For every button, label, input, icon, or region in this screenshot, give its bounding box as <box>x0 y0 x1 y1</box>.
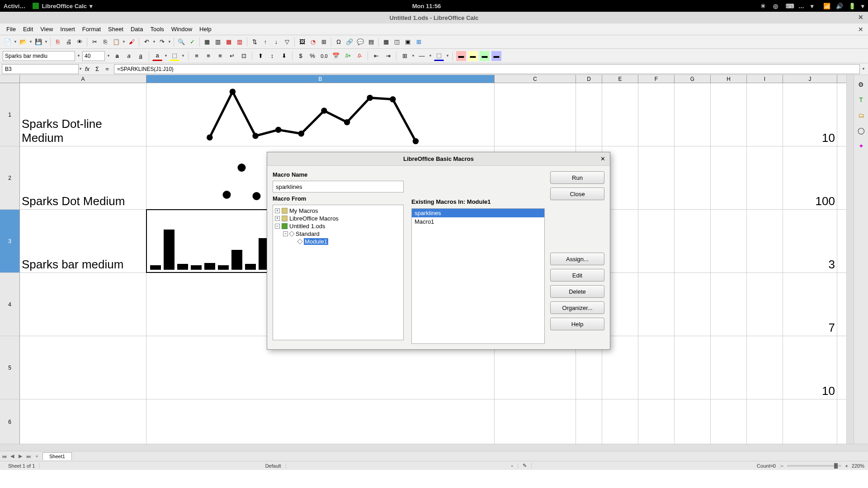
equals-button[interactable]: = <box>102 64 112 74</box>
add-decimal-button[interactable]: .0+ <box>343 51 353 61</box>
volume-icon[interactable]: 🔊 <box>836 3 842 9</box>
menu-data[interactable]: Data <box>127 24 146 34</box>
clone-format-button[interactable]: 🖌 <box>127 37 137 47</box>
tab-prev-button[interactable]: ◀ <box>8 453 16 459</box>
cell[interactable] <box>675 210 711 272</box>
tree-lo-macros[interactable]: LibreOffice Macros <box>289 215 339 222</box>
font-size-input[interactable] <box>82 51 105 61</box>
row-header[interactable]: 4 <box>0 273 20 336</box>
cell[interactable] <box>711 83 747 146</box>
keyboard-icon[interactable]: ⌨ <box>786 3 792 9</box>
cell[interactable] <box>747 336 783 399</box>
cut-button[interactable]: ✂ <box>90 37 99 47</box>
show-grid-button[interactable]: ⊞ <box>414 37 424 47</box>
cell[interactable] <box>747 83 783 146</box>
menu-sheet[interactable]: Sheet <box>104 24 127 34</box>
redo-button[interactable]: ↷ <box>157 37 167 47</box>
menu-format[interactable]: Format <box>79 24 104 34</box>
print-button[interactable]: 🖨 <box>64 37 74 47</box>
hyperlink-button[interactable]: 🔗 <box>344 37 354 47</box>
power-menu-chevron[interactable]: ▾ <box>861 3 864 9</box>
new-dropdown[interactable]: ▼ <box>14 40 17 44</box>
document-close-button[interactable]: ✕ <box>858 26 863 33</box>
activities-button[interactable]: Activi… <box>4 3 25 9</box>
organizer-button[interactable]: Organizer... <box>550 301 604 314</box>
column-header-A[interactable]: A <box>20 75 146 83</box>
cond-format-3-button[interactable]: ▬ <box>480 51 490 61</box>
font-color-button[interactable]: a <box>152 51 162 61</box>
cell[interactable] <box>20 273 146 336</box>
function-wizard-button[interactable]: fx <box>82 64 92 74</box>
column-header-F[interactable]: F <box>638 75 675 83</box>
cell[interactable] <box>638 146 675 209</box>
cell[interactable] <box>495 83 576 146</box>
column-header-C[interactable]: C <box>495 75 576 83</box>
select-all-corner[interactable] <box>0 75 20 83</box>
cell[interactable] <box>20 336 146 399</box>
cell[interactable] <box>711 399 747 444</box>
paste-button[interactable]: 📋 <box>111 37 121 47</box>
print-preview-button[interactable]: 👁 <box>75 37 85 47</box>
undo-dropdown[interactable]: ▼ <box>152 40 156 44</box>
cell-reference-input[interactable] <box>2 64 79 74</box>
column-header-H[interactable]: H <box>711 75 747 83</box>
open-button[interactable]: 📂 <box>18 37 28 47</box>
split-button[interactable]: ◫ <box>392 37 402 47</box>
find-button[interactable]: 🔍 <box>176 37 186 47</box>
cond-format-2-button[interactable]: ▬ <box>468 51 478 61</box>
tab-add-button[interactable]: ＋ <box>33 453 41 460</box>
special-char-button[interactable]: Ω <box>334 37 344 47</box>
cell[interactable] <box>675 273 711 336</box>
status-selection-mode[interactable]: ▫ <box>507 463 518 469</box>
menu-insert[interactable]: Insert <box>57 24 79 34</box>
export-pdf-button[interactable]: ⎘ <box>53 37 63 47</box>
cell[interactable]: 10 <box>783 83 837 146</box>
cell[interactable] <box>602 399 638 444</box>
tree-module1[interactable]: Module1 <box>304 238 328 245</box>
borders-dropdown[interactable]: ▼ <box>411 54 415 58</box>
column-header-B[interactable]: B <box>146 75 495 83</box>
row-button[interactable]: ▦ <box>202 37 212 47</box>
indent-inc-button[interactable]: ⇥ <box>383 51 393 61</box>
assign-button[interactable]: Assign... <box>550 253 604 265</box>
tab-next-button[interactable]: ▶ <box>16 453 24 459</box>
open-dropdown[interactable]: ▼ <box>29 40 33 44</box>
collapse-icon[interactable]: − <box>275 224 280 229</box>
save-button[interactable]: 💾 <box>33 37 43 47</box>
cell[interactable] <box>747 399 783 444</box>
italic-button[interactable]: a <box>124 51 134 61</box>
chart-button[interactable]: ◔ <box>308 37 318 47</box>
redo-dropdown[interactable]: ▼ <box>168 40 171 44</box>
zoom-in-button[interactable]: + <box>845 463 848 469</box>
align-center-button[interactable]: ≡ <box>203 51 213 61</box>
border-style-dropdown[interactable]: ▼ <box>429 54 432 58</box>
cell[interactable] <box>747 273 783 336</box>
menu-view[interactable]: View <box>37 24 57 34</box>
cell[interactable] <box>146 83 495 146</box>
menu-help[interactable]: Help <box>196 24 215 34</box>
valign-top-button[interactable]: ⬆ <box>255 51 265 61</box>
row-header[interactable]: 6 <box>0 399 20 444</box>
row-header[interactable]: 3 <box>0 210 20 272</box>
cell[interactable] <box>602 83 638 146</box>
highlight-dropdown[interactable]: ▼ <box>181 54 185 58</box>
cell[interactable] <box>638 210 675 272</box>
sidebar-settings-icon[interactable]: ⚙ <box>856 80 866 89</box>
cell[interactable] <box>576 83 602 146</box>
row-header[interactable]: 5 <box>0 336 20 399</box>
edit-button[interactable]: Edit <box>550 269 604 282</box>
cell[interactable] <box>711 210 747 272</box>
tree-standard[interactable]: Standard <box>296 230 320 237</box>
sort-button[interactable]: ⇅ <box>250 37 259 47</box>
cell[interactable]: Sparks Dot Medium <box>20 146 146 209</box>
horizontal-scrollbar[interactable] <box>0 444 868 451</box>
menu-tools[interactable]: Tools <box>146 24 167 34</box>
zoom-out-button[interactable]: − <box>781 463 783 469</box>
battery-icon[interactable]: 🔋 <box>849 3 855 9</box>
border-color-dropdown[interactable]: ▼ <box>446 54 449 58</box>
row-header[interactable]: 1 <box>0 83 20 146</box>
borders-button[interactable]: ⊞ <box>400 51 410 61</box>
underline-button[interactable]: a <box>136 51 146 61</box>
vertical-scrollbar[interactable] <box>846 75 854 444</box>
cond-format-4-button[interactable]: ▬ <box>491 51 501 61</box>
